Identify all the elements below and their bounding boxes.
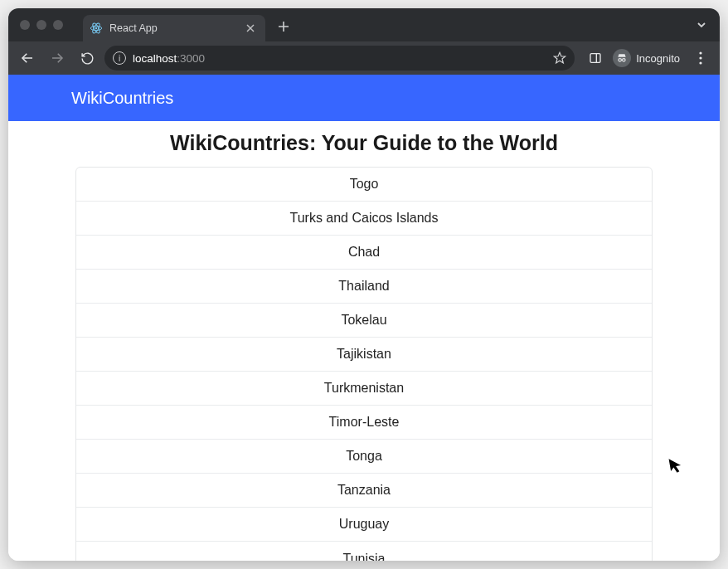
country-list-item[interactable]: Tonga: [76, 440, 652, 474]
brand-link[interactable]: WikiCountries: [71, 89, 173, 108]
svg-marker-10: [555, 52, 565, 63]
country-list-item[interactable]: Tajikistan: [76, 338, 652, 372]
svg-point-16: [699, 51, 701, 54]
panel-icon[interactable]: [583, 46, 608, 71]
browser-window: React App i localhost:3000: [8, 8, 720, 561]
country-name: Uruguay: [339, 517, 389, 532]
chevron-down-icon[interactable]: [690, 13, 713, 36]
country-list-item[interactable]: Tokelau: [76, 304, 652, 338]
address-bar[interactable]: i localhost:3000: [104, 46, 575, 71]
svg-point-0: [95, 27, 97, 29]
country-list-item[interactable]: Thailand: [76, 270, 652, 304]
window-controls: [20, 20, 63, 30]
reload-button[interactable]: [75, 46, 99, 71]
country-name: Tokelau: [341, 313, 386, 328]
country-list-item[interactable]: Uruguay: [76, 508, 652, 542]
svg-point-13: [619, 59, 622, 62]
page-viewport: WikiCountries WikiCountries: Your Guide …: [8, 75, 720, 561]
menu-kebab-icon[interactable]: [688, 46, 713, 71]
url-text: localhost:3000: [133, 52, 546, 65]
url-port: :3000: [177, 52, 205, 65]
new-tab-button[interactable]: [272, 15, 295, 38]
app-navbar: WikiCountries: [8, 75, 720, 121]
url-host: localhost: [133, 52, 177, 65]
browser-tab[interactable]: React App: [83, 15, 265, 41]
react-favicon-icon: [90, 22, 103, 35]
country-name: Tajikistan: [337, 347, 391, 362]
svg-point-18: [699, 61, 701, 64]
back-button[interactable]: [15, 46, 40, 71]
tab-strip: React App: [8, 8, 720, 41]
country-list-item[interactable]: Togo: [76, 168, 652, 202]
country-list: TogoTurks and Caicos IslandsChadThailand…: [75, 167, 653, 561]
country-name: Thailand: [338, 279, 389, 294]
country-name: Tonga: [346, 449, 382, 464]
country-list-item[interactable]: Chad: [76, 236, 652, 270]
incognito-indicator[interactable]: Incognito: [611, 49, 685, 67]
country-name: Tanzania: [337, 483, 391, 498]
forward-button[interactable]: [45, 46, 70, 71]
window-close-dot[interactable]: [20, 20, 30, 30]
browser-toolbar: i localhost:3000 Incognito: [8, 41, 720, 75]
country-name: Turkmenistan: [324, 381, 404, 396]
country-name: Chad: [348, 245, 380, 260]
country-list-item[interactable]: Turkmenistan: [76, 372, 652, 406]
country-name: Togo: [350, 177, 379, 192]
svg-rect-11: [590, 54, 600, 63]
bookmark-star-icon[interactable]: [553, 51, 566, 65]
country-name: Tunisia: [343, 552, 386, 562]
country-list-item[interactable]: Tunisia: [76, 542, 652, 561]
country-list-item[interactable]: Timor-Leste: [76, 406, 652, 440]
page-body: WikiCountries: Your Guide to the World T…: [8, 121, 720, 561]
incognito-label: Incognito: [636, 52, 680, 65]
toolbar-right: Incognito: [583, 46, 713, 71]
country-name: Turks and Caicos Islands: [289, 211, 438, 226]
site-info-icon[interactable]: i: [113, 51, 126, 65]
svg-point-17: [699, 56, 701, 59]
window-zoom-dot[interactable]: [53, 20, 63, 30]
country-list-item[interactable]: Tanzania: [76, 474, 652, 508]
incognito-icon: [613, 49, 631, 67]
window-minimize-dot[interactable]: [36, 20, 46, 30]
tab-close-icon[interactable]: [244, 22, 257, 35]
country-list-item[interactable]: Turks and Caicos Islands: [76, 202, 652, 236]
tab-title: React App: [109, 22, 237, 34]
page-title: WikiCountries: Your Guide to the World: [8, 131, 720, 155]
country-name: Timor-Leste: [329, 415, 400, 430]
svg-point-14: [623, 59, 626, 62]
